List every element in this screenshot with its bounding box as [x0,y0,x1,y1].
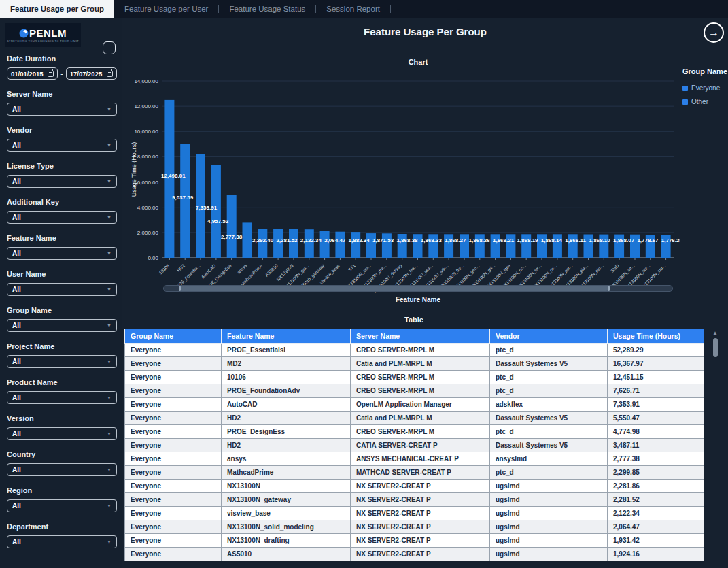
table-row[interactable]: EveryoneNX13100N_gatewayNX SERVER2-CREAT… [125,493,704,507]
usage-bar-chart: Usage Time (Hours)14,000.0012,000.0010,0… [128,70,680,295]
table-cell: ptc_d [490,344,608,357]
group-name-dropdown[interactable]: All▼ [7,319,117,332]
x-tick-label: ST1 [347,263,357,272]
chevron-down-icon: ▼ [107,467,111,472]
tab-feature-usage-per-group[interactable]: Feature Usage per Group [0,0,114,18]
table-cell: ugslmd [490,507,608,520]
table-cell: 2,777.38 [608,452,704,466]
table-row[interactable]: Everyonevisview_baseNX SERVER2-CREAT Pug… [125,507,704,520]
table-cell: Everyone [125,344,222,357]
column-header-vendor[interactable]: Vendor [490,329,608,344]
bar-value-label: 1,868.07 [613,237,635,244]
table-row[interactable]: EveryoneNX13100N_solid_modelingNX SERVER… [125,520,704,534]
table-cell: ptc_d [490,384,608,398]
next-report-button[interactable]: → [704,22,724,43]
bar[interactable] [305,229,314,258]
table-cell: Everyone [125,534,222,548]
table-row[interactable]: EveryoneansysANSYS MECHANICAL-CREAT Pans… [125,452,704,466]
chart-scrollbar-thumb[interactable] [179,286,609,291]
legend-item-everyone[interactable]: Everyone [682,84,727,92]
department-dropdown[interactable]: All▼ [7,535,117,548]
date-from-input[interactable]: 01/01/2015 [7,67,58,80]
table-row[interactable]: EveryoneHD2Catia and PLM-MRPL MDassault … [125,412,704,425]
table-row[interactable]: Everyone10106CREO SERVER-MRPL Mptc_d12,4… [125,371,704,384]
bar[interactable] [227,195,237,258]
version-dropdown[interactable]: All▼ [7,427,117,440]
openlm-logo: PENLM STRETCHING YOUR LICENSES TO THEIR … [5,23,81,47]
scroll-up-icon[interactable]: ▲ [711,330,719,337]
table-cell: Everyone [125,452,222,466]
table-row[interactable]: EveryoneNX13100NNX SERVER2-CREAT Pugslmd… [125,480,704,493]
table-row[interactable]: EveryoneMD2Catia and PLM-MRPL MDassault … [125,357,704,371]
bar[interactable] [180,144,190,258]
bar[interactable] [211,165,221,258]
bar[interactable] [320,231,330,258]
country-dropdown[interactable]: All▼ [7,463,117,476]
calendar-icon[interactable] [107,71,113,77]
table-cell: 2,299.85 [608,466,704,480]
usage-data-table: Group NameFeature NameServer NameVendorU… [124,329,704,561]
column-header-group-name[interactable]: Group Name [125,329,222,344]
bar-value-label: 1,868.26 [469,237,491,244]
bar-value-label: 4,957.52 [207,218,229,224]
table-section-title: Table [124,316,704,324]
sidebar-options-button[interactable] [103,41,116,54]
table-row[interactable]: EveryoneAS5010NX SERVER2-CREAT Pugslmd1,… [125,548,704,561]
column-header-server-name[interactable]: Server Name [351,329,490,344]
bar[interactable] [243,222,252,258]
filter-region: RegionAll▼ [7,486,117,512]
table-cell: adskflex [490,398,608,412]
bar-value-label: 1,868.33 [421,237,443,244]
column-header-usage-time-hours-[interactable]: Usage Time (Hours) [608,329,704,344]
column-header-feature-name[interactable]: Feature Name [222,329,351,344]
date-to-input[interactable]: 17/07/2025 [66,67,117,80]
table-vertical-scrollbar[interactable]: ▲ ▼ [711,330,719,568]
y-tick-label: 6,000.00 [137,180,159,186]
feature-name-dropdown[interactable]: All▼ [7,247,117,260]
table-row[interactable]: EveryoneAutoCADOpenLM Application Manage… [125,398,704,412]
table-row[interactable]: EveryoneNX13100N_draftingNX SERVER2-CREA… [125,534,704,548]
table-cell: ANSYS MECHANICAL-CREAT P [351,452,490,466]
table-cell: ugslmd [490,548,608,561]
table-cell: Everyone [125,371,222,384]
table-row[interactable]: EveryonePROE_DesignEssCREO SERVER-MRPL M… [125,425,704,439]
vendor-dropdown[interactable]: All▼ [7,139,117,152]
table-row[interactable]: EveryonePROE_EssentialsICREO SERVER-MRPL… [125,344,704,357]
filter-label: Product Name [7,378,117,386]
filter-label: License Type [7,162,117,170]
table-row[interactable]: EveryonePROE_FoundationAdvCREO SERVER-MR… [125,384,704,398]
tab-session-report[interactable]: Session Report [316,0,390,18]
bar-value-label: 9,037.59 [172,195,194,201]
license-type-dropdown[interactable]: All▼ [7,175,117,188]
bar[interactable] [335,232,345,258]
region-dropdown[interactable]: All▼ [7,499,117,512]
tab-feature-usage-per-user[interactable]: Feature Usage per User [114,0,218,18]
bar[interactable] [351,232,360,258]
product-name-dropdown[interactable]: All▼ [7,391,117,404]
table-cell: 10106 [222,371,351,384]
filter-department: DepartmentAll▼ [7,522,117,548]
table-cell: Everyone [125,548,222,561]
table-row[interactable]: EveryoneHD2CATIA SERVER-CREAT PDassault … [125,439,704,452]
chart-horizontal-scrollbar[interactable] [163,285,673,292]
table-cell: 1,924.16 [608,548,704,561]
table-cell: ansys [222,452,351,466]
chevron-down-icon: ▼ [107,431,111,436]
server-name-dropdown[interactable]: All▼ [7,103,117,116]
calendar-icon[interactable] [48,71,54,77]
legend-swatch-icon [682,86,688,91]
table-row[interactable]: EveryoneMathcadPrimeMATHCAD SERVER-CREAT… [125,466,704,480]
chart-y-axis-label: Usage Time (Hours) [131,142,137,197]
y-tick-label: 0.00 [148,255,158,261]
table-cell: Everyone [125,412,222,425]
table-cell: MD2 [222,357,351,371]
table-cell: Dassault Systemes V5 [490,412,608,425]
additional-key-dropdown[interactable]: All▼ [7,211,117,224]
table-scrollbar-thumb[interactable] [713,338,718,357]
table-cell: Dassault Systemes V5 [490,439,608,452]
bar-value-label: 1,882.34 [349,237,370,244]
tab-feature-usage-status[interactable]: Feature Usage Status [219,0,315,18]
project-name-dropdown[interactable]: All▼ [7,355,117,368]
legend-item-other[interactable]: Other [682,98,727,105]
user-name-dropdown[interactable]: All▼ [7,283,117,296]
